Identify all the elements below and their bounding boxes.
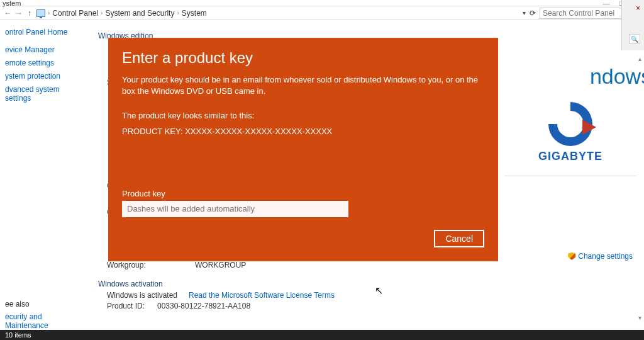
cursor-icon: ↖ — [375, 285, 383, 297]
close-icon[interactable]: × — [636, 4, 640, 13]
minimize-icon[interactable]: — — [599, 0, 614, 7]
chevron-right-icon: › — [48, 9, 50, 16]
status-text: 10 items — [5, 331, 31, 339]
gigabyte-text: GIGABYTE — [538, 150, 602, 163]
chevron-down-icon[interactable]: ▾ — [523, 9, 526, 16]
dialog-key-example: PRODUCT KEY: XXXXX-XXXXX-XXXXX-XXXXX-XXX… — [122, 126, 484, 137]
sidebar-link-device-manager[interactable]: evice Manager — [5, 45, 83, 54]
gigabyte-logo-icon — [548, 102, 592, 146]
dialog-title: Enter a product key — [122, 49, 484, 67]
sidebar-link-system-protection[interactable]: ystem protection — [5, 72, 83, 81]
activation-status: Windows is activated — [107, 291, 189, 300]
breadcrumb-item[interactable]: Control Panel — [52, 9, 98, 18]
divider — [504, 176, 636, 176]
sidebar-link-remote-settings[interactable]: emote settings — [5, 59, 83, 67]
up-icon[interactable]: ↑ — [28, 9, 31, 18]
scroll-down-icon[interactable]: ▾ — [638, 314, 641, 321]
address-bar: ← → ↑ › Control Panel › System and Secur… — [0, 6, 644, 20]
workgroup-label: Workgroup: — [107, 261, 195, 269]
breadcrumb[interactable]: › Control Panel › System and Security › … — [48, 9, 207, 18]
cancel-button[interactable]: Cancel — [434, 230, 484, 247]
product-id-label: Product ID: — [107, 302, 157, 310]
background-window: × 🔍 — [621, 0, 644, 50]
dialog-text-1: Your product key should be in an email f… — [122, 74, 484, 97]
sidebar-link-advanced-settings[interactable]: dvanced system settings — [5, 85, 83, 103]
license-terms-link[interactable]: Read the Microsoft Software License Term… — [189, 291, 335, 300]
change-settings-link[interactable]: Change settings — [568, 252, 633, 261]
refresh-icon[interactable]: ⟳ — [530, 9, 536, 18]
chevron-right-icon: › — [177, 9, 179, 16]
window-titlebar: ystem — □ × — [0, 0, 644, 6]
dialog-text-2: The product key looks similar to this: — [122, 110, 484, 122]
back-icon[interactable]: ← — [4, 8, 12, 18]
sidebar: ontrol Panel Home evice Manager emote se… — [0, 20, 88, 335]
product-key-input[interactable] — [122, 201, 348, 217]
breadcrumb-item[interactable]: System and Security — [105, 9, 174, 18]
gigabyte-logo: GIGABYTE — [504, 102, 636, 163]
forward-icon: → — [14, 8, 23, 18]
monitor-icon — [36, 9, 45, 17]
product-key-label: Product key — [122, 189, 484, 198]
product-id-value: 00330-80122-78921-AA108 — [157, 302, 250, 310]
shield-icon — [568, 252, 575, 260]
workgroup-value: WORKGROUP — [195, 261, 246, 269]
oem-panel: GIGABYTE — [504, 52, 636, 181]
scroll-up-icon[interactable]: ▴ — [638, 55, 641, 62]
product-key-dialog: Enter a product key Your product key sho… — [108, 38, 498, 261]
see-also-header: ee also — [5, 300, 83, 309]
chevron-right-icon: › — [101, 9, 103, 16]
window-title: ystem — [3, 0, 21, 7]
breadcrumb-item[interactable]: System — [182, 9, 207, 18]
search-icon[interactable]: 🔍 — [629, 34, 640, 44]
status-bar: 10 items — [0, 330, 644, 340]
see-also: ee also ecurity and Maintenance — [0, 300, 88, 330]
group-windows-activation: Windows activation — [98, 280, 634, 288]
control-panel-home-link[interactable]: ontrol Panel Home — [5, 28, 83, 37]
security-maintenance-link[interactable]: ecurity and Maintenance — [5, 312, 48, 330]
